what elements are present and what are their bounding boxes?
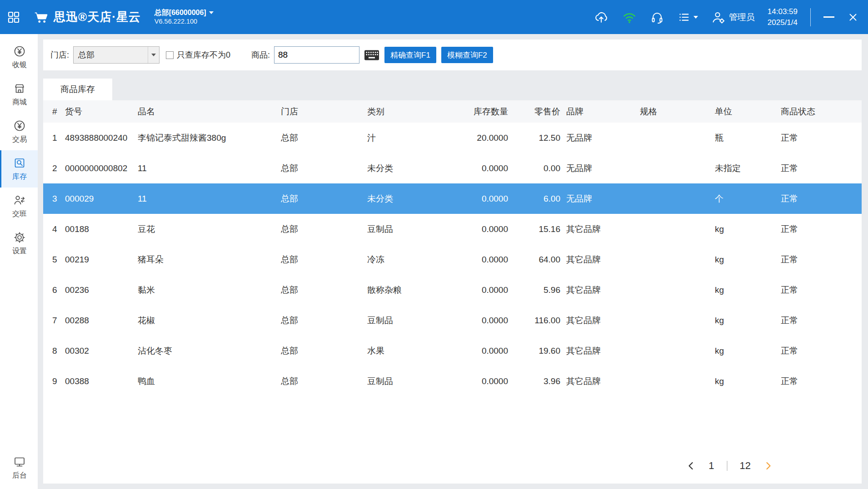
sidebar-label: 收银 (12, 60, 27, 70)
page-divider (727, 461, 728, 471)
table-cell: 其它品牌 (560, 305, 640, 336)
next-page-icon[interactable] (763, 461, 773, 471)
table-cell: 4893888000240 (65, 123, 138, 153)
exact-search-button[interactable]: 精确查询F1 (384, 47, 436, 63)
menu-list-icon[interactable] (677, 10, 698, 24)
table-cell: 00188 (65, 214, 138, 244)
table-cell: 116.00 (508, 305, 560, 336)
admin-user-button[interactable]: 管理员 (711, 10, 755, 25)
table-cell (640, 214, 715, 244)
topbar-left: 思迅®天店·星云 总部[66000006] V6.56.222.100 (6, 8, 214, 25)
table-cell: 3 (43, 183, 65, 214)
settings-gear-icon (13, 231, 26, 244)
table-cell: 00288 (65, 305, 138, 336)
store-select[interactable]: 总部 (73, 46, 160, 64)
stock-nonzero-filter[interactable]: 只查库存不为0 (166, 49, 230, 60)
headset-icon[interactable] (650, 10, 664, 25)
table-cell: kg (715, 305, 781, 336)
table-row[interactable]: 700288花椒总部豆制品0.0000116.00其它品牌kg正常 (43, 305, 862, 336)
sidebar-label: 商城 (12, 98, 27, 107)
shift-person-icon (13, 194, 26, 207)
column-header[interactable]: 库存数量 (451, 100, 508, 123)
column-header[interactable]: 商品状态 (781, 100, 862, 123)
column-header[interactable]: 品名 (138, 100, 281, 123)
column-header[interactable]: 门店 (281, 100, 367, 123)
sidebar-item-shift[interactable]: 交班 (0, 188, 38, 225)
table-cell: kg (715, 336, 781, 366)
table-cell: 无品牌 (560, 153, 640, 183)
column-header[interactable]: 单位 (715, 100, 781, 123)
table-cell: 6.00 (508, 183, 560, 214)
table-cell: 花椒 (138, 305, 281, 336)
table-row[interactable]: 400188豆花总部豆制品0.000015.16其它品牌kg正常 (43, 214, 862, 244)
clock: 14:03:59 2025/1/4 (768, 6, 798, 28)
column-header[interactable]: # (43, 100, 65, 123)
sidebar-item-inventory[interactable]: 库存 (0, 150, 38, 188)
sidebar-item-backend[interactable]: 后台 (0, 449, 38, 486)
total-pages[interactable]: 12 (740, 460, 751, 472)
table-cell: 0.00 (508, 153, 560, 183)
table-row[interactable]: 900388鸭血总部豆制品0.00003.96其它品牌kg正常 (43, 366, 862, 396)
column-header[interactable]: 规格 (640, 100, 715, 123)
topbar: 思迅®天店·星云 总部[66000006] V6.56.222.100 (0, 0, 868, 34)
table-cell: 00236 (65, 275, 138, 305)
table-cell: 瓶 (715, 123, 781, 153)
table-cell: 其它品牌 (560, 366, 640, 396)
brand-logo: 思迅®天店·星云 (33, 9, 141, 26)
prev-page-icon[interactable] (686, 461, 696, 471)
table-cell: 总部 (281, 244, 367, 275)
table-row[interactable]: 800302沾化冬枣总部水果0.000019.60其它品牌kg正常 (43, 336, 862, 366)
table-row[interactable]: 600236黏米总部散称杂粮0.00005.96其它品牌kg正常 (43, 275, 862, 305)
product-search-input[interactable] (274, 46, 359, 64)
table-row[interactable]: 2000000000080211总部未分类0.00000.00无品牌未指定正常 (43, 153, 862, 183)
time-text: 14:03:59 (768, 6, 798, 17)
fuzzy-search-button[interactable]: 模糊查询F2 (441, 47, 493, 63)
table-cell: 散称杂粮 (367, 275, 451, 305)
table-cell: 2 (43, 153, 65, 183)
stock-nonzero-checkbox[interactable] (166, 51, 174, 59)
table-cell (640, 305, 715, 336)
table-cell: 黏米 (138, 275, 281, 305)
minimize-button[interactable] (823, 16, 834, 18)
admin-user-label: 管理员 (729, 11, 755, 23)
keyboard-icon[interactable] (364, 49, 379, 61)
column-header[interactable]: 零售价 (508, 100, 560, 123)
sidebar-item-settings[interactable]: 设置 (0, 225, 38, 262)
apps-grid-icon[interactable] (6, 10, 21, 25)
table-row[interactable]: 14893888000240李锦记泰式甜辣酱380g总部汁20.000012.5… (43, 123, 862, 153)
table-cell (640, 123, 715, 153)
table-cell: 无品牌 (560, 123, 640, 153)
column-header[interactable]: 品牌 (560, 100, 640, 123)
inventory-table-panel: #货号品名门店类别库存数量零售价品牌规格单位商品状态 1489388800024… (43, 100, 862, 484)
table-body: 14893888000240李锦记泰式甜辣酱380g总部汁20.000012.5… (43, 123, 862, 396)
brand-name: 思迅®天店·星云 (54, 9, 141, 25)
table-row[interactable]: 500219猪耳朵总部冷冻0.000064.00其它品牌kg正常 (43, 244, 862, 275)
table-cell: 未指定 (715, 153, 781, 183)
tab-product-inventory[interactable]: 商品库存 (43, 79, 112, 100)
table-cell: 豆制品 (367, 366, 451, 396)
close-button[interactable] (847, 11, 859, 23)
table-cell: 无品牌 (560, 183, 640, 214)
sidebar-item-cashier[interactable]: 收银 (0, 39, 38, 76)
cashier-coin-icon (13, 45, 26, 58)
date-text: 2025/1/4 (768, 17, 798, 28)
column-header[interactable]: 类别 (367, 100, 451, 123)
table-cell: 总部 (281, 366, 367, 396)
table-cell: 鸭血 (138, 366, 281, 396)
table-cell: 正常 (781, 305, 862, 336)
table-cell (640, 244, 715, 275)
table-row[interactable]: 300002911总部未分类0.00006.00无品牌个正常 (43, 183, 862, 214)
column-header[interactable]: 货号 (65, 100, 138, 123)
table-cell: 9 (43, 366, 65, 396)
sidebar-label: 交班 (12, 209, 27, 219)
main-content: 门店: 总部 只查库存不为0 商品: (38, 34, 868, 489)
sidebar-item-trade[interactable]: 交易 (0, 113, 38, 150)
table-cell: 0.0000 (451, 183, 508, 214)
table-cell: 正常 (781, 214, 862, 244)
current-page[interactable]: 1 (708, 460, 714, 472)
table-cell (640, 183, 715, 214)
sidebar-item-mall[interactable]: 商城 (0, 76, 38, 113)
cloud-sync-icon[interactable] (594, 10, 609, 25)
wifi-icon[interactable] (622, 10, 637, 25)
store-selector[interactable]: 总部[66000006] V6.56.222.100 (155, 8, 214, 25)
